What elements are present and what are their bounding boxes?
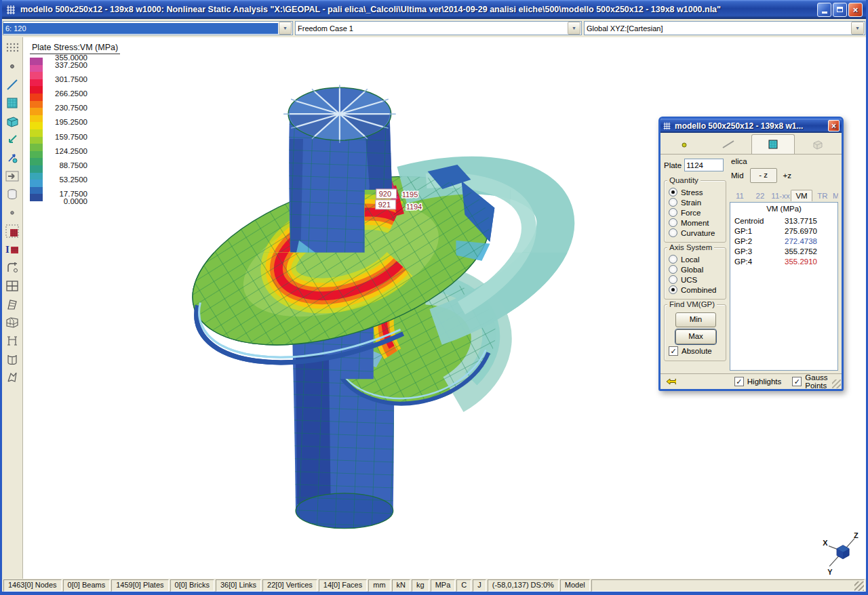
absolute-checkbox[interactable]: ✓Absolute	[669, 346, 723, 356]
plus-z-button[interactable]: +z	[783, 171, 791, 180]
radio-local[interactable]: Local	[669, 255, 723, 264]
entity-tab-node[interactable]	[663, 134, 706, 154]
tab-vm[interactable]: VM	[791, 190, 812, 201]
legend-title: Plate Stress:VM (MPa)	[30, 43, 120, 54]
gauss-points-checkbox[interactable]: ✓Gauss Points	[792, 373, 836, 390]
node-icon[interactable]	[3, 58, 21, 75]
radio-global[interactable]: Global	[669, 265, 723, 274]
legend-band	[30, 194, 43, 201]
select-region-icon[interactable]	[3, 222, 21, 239]
grid-icon[interactable]	[3, 277, 21, 294]
result-value: 275.6970	[776, 227, 833, 235]
legend-band	[30, 129, 43, 137]
radio-combined[interactable]: Combined	[669, 285, 723, 294]
result-row: GP:2272.4738	[730, 236, 837, 246]
point-icon[interactable]	[3, 204, 21, 221]
pipe-icon[interactable]	[3, 259, 21, 276]
result-name: GP:3	[734, 247, 776, 255]
load-arrow-icon[interactable]	[3, 167, 21, 184]
radio-force[interactable]: Force	[669, 208, 723, 217]
chevron-down-icon[interactable]: ▼	[851, 22, 864, 35]
entity-tab-beam[interactable]	[707, 134, 750, 154]
result-name: GP:4	[734, 258, 776, 266]
status-cell: 14[0] Faces	[319, 579, 367, 592]
close-icon: ×	[853, 5, 859, 15]
legend-band	[30, 180, 43, 187]
brick-icon[interactable]	[3, 112, 21, 129]
stress-component-tabs: 11 22 11-xx VM TR M	[730, 188, 838, 201]
results-panel: VM (MPa) Centroid313.7715 GP:1275.6970 G…	[730, 202, 838, 371]
radio-moment[interactable]: Moment	[669, 218, 723, 227]
frame-icon[interactable]	[3, 332, 21, 349]
plate-icon[interactable]	[3, 94, 21, 111]
swap-arrows-icon[interactable]	[666, 377, 676, 386]
result-row: GP:4355.2910	[730, 256, 837, 266]
mesh-grid-icon[interactable]	[3, 314, 21, 331]
cavity-icon[interactable]	[3, 350, 21, 367]
result-row: Centroid313.7715	[730, 216, 837, 226]
link-icon[interactable]	[3, 131, 21, 148]
resize-grip[interactable]	[832, 379, 841, 388]
minimize-button[interactable]	[817, 3, 831, 17]
plate-number-input[interactable]	[684, 159, 724, 171]
text-select-icon[interactable]: I	[3, 241, 21, 258]
result-case-value: 6: 120	[3, 23, 278, 34]
svg-text:I: I	[5, 244, 9, 255]
radio-curvature[interactable]: Curvature	[669, 228, 723, 237]
stress-legend: Plate Stress:VM (MPa) 355.0000337.250030…	[30, 41, 120, 209]
window-resize-grip[interactable]	[854, 581, 864, 591]
min-button[interactable]: Min	[675, 312, 716, 327]
dialog-close-button[interactable]: ×	[828, 120, 840, 131]
result-case-combo[interactable]: 6: 120 ▼	[3, 21, 293, 35]
status-cell: 1463[0] Nodes	[3, 579, 62, 592]
status-cell: 0[0] Bricks	[170, 579, 214, 592]
tab-22[interactable]: 22	[750, 190, 770, 201]
radio-strain[interactable]: Strain	[669, 198, 723, 207]
radio-label: Strain	[681, 199, 701, 207]
radio-ucs[interactable]: UCS	[669, 275, 723, 284]
minus-z-button[interactable]: - z	[750, 168, 777, 183]
polygon-select-icon[interactable]	[3, 295, 21, 312]
fold-icon[interactable]	[3, 369, 21, 386]
radio-icon	[669, 285, 677, 294]
app-window: modello 500x250x12 - 139x8 w1000: Nonlin…	[0, 0, 868, 595]
chevron-down-icon[interactable]: ▼	[279, 22, 292, 35]
status-bar: 1463[0] Nodes0[0] Beams1459[0] Plates0[0…	[2, 579, 866, 592]
cylinder-icon[interactable]	[3, 186, 21, 203]
model-viewport[interactable]: 920 1195 921 1194 Z	[23, 37, 866, 579]
highlights-checkbox[interactable]: ✓Highlights	[734, 377, 782, 386]
maximize-button[interactable]	[833, 3, 847, 17]
result-value: 272.4738	[776, 237, 833, 245]
tab-11[interactable]: 11	[730, 190, 750, 201]
legend-band	[30, 94, 43, 101]
mid-label: Mid	[731, 171, 744, 180]
legend-band	[30, 115, 43, 123]
legend-band	[30, 108, 43, 115]
radio-label: Combined	[681, 286, 716, 294]
entity-tab-plate[interactable]	[751, 134, 795, 154]
entity-tab-brick[interactable]	[796, 134, 839, 154]
radio-stress[interactable]: Stress	[669, 188, 723, 197]
radio-icon	[669, 208, 677, 217]
tab-partial[interactable]: M	[833, 190, 838, 201]
dialog-icon	[663, 121, 671, 130]
status-cell: MPa	[431, 579, 456, 592]
result-row: GP:1275.6970	[730, 226, 837, 236]
beam-icon[interactable]	[3, 76, 21, 93]
plate-results-dialog[interactable]: modello 500x250x12 - 139x8 w1... × Plate	[658, 117, 844, 391]
radio-icon	[669, 255, 677, 264]
freedom-case-combo[interactable]: Freedom Case 1 ▼	[295, 21, 582, 35]
selection-grid-icon[interactable]	[3, 39, 21, 56]
vertex-icon[interactable]	[3, 149, 21, 166]
dialog-title-bar[interactable]: modello 500x250x12 - 139x8 w1... ×	[660, 119, 842, 133]
close-button[interactable]: ×	[848, 3, 863, 17]
axis-z-label: Z	[854, 531, 859, 539]
coordinate-system-combo[interactable]: Global XYZ:[Cartesian] ▼	[584, 21, 865, 35]
chevron-down-icon[interactable]: ▼	[568, 22, 580, 35]
find-group-label: Find VM(GP)	[667, 300, 717, 308]
title-bar[interactable]: modello 500x250x12 - 139x8 w1000: Nonlin…	[2, 0, 866, 19]
legend-band	[30, 122, 43, 129]
tab-11xx[interactable]: 11-xx	[770, 190, 791, 201]
max-button[interactable]: Max	[675, 329, 716, 344]
tab-tr[interactable]: TR	[812, 190, 833, 201]
